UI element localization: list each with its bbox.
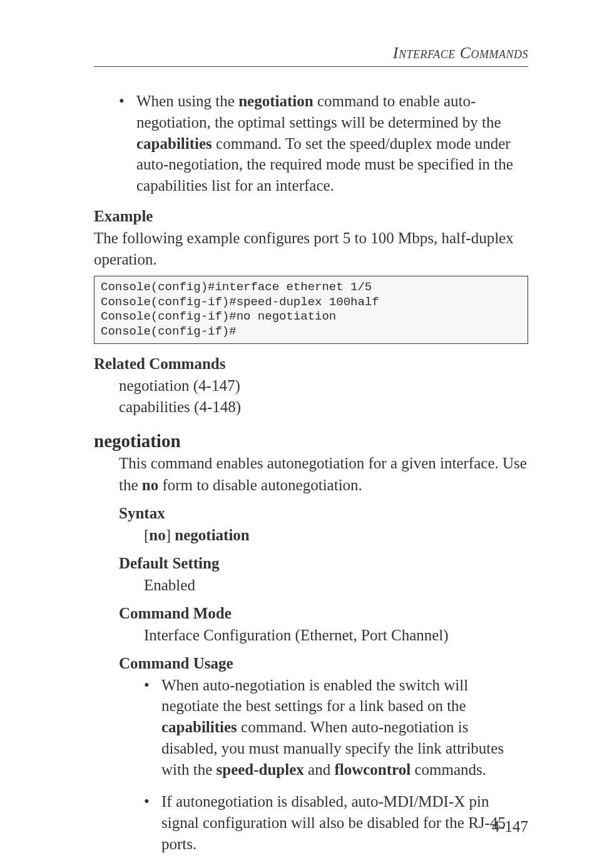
text-span: commands.	[411, 761, 486, 778]
default-setting-heading: Default Setting	[119, 555, 528, 572]
command-mode-value: Interface Configuration (Ethernet, Port …	[144, 625, 528, 646]
top-bullet: • When using the negotiation command to …	[119, 91, 528, 196]
running-header: Interface Commands	[94, 44, 528, 63]
usage-bullet-1: • When auto-negotiation is enabled the s…	[144, 675, 528, 780]
running-header-text: Interface Commands	[393, 44, 528, 62]
example-code-block: Console(config)#interface ethernet 1/5 C…	[94, 276, 528, 344]
page-container: Interface Commands • When using the nego…	[0, 0, 597, 868]
bold-speed-duplex: speed-duplex	[217, 761, 304, 778]
bold-no: no	[142, 477, 158, 493]
bullet-text: If autonegotiation is disabled, auto-MDI…	[161, 791, 528, 854]
bullet-marker: •	[119, 91, 136, 196]
text-span: and	[304, 761, 335, 778]
example-heading: Example	[94, 208, 528, 225]
bold-no: no	[149, 527, 165, 543]
command-mode-heading: Command Mode	[119, 605, 528, 622]
command-name: negotiation	[94, 431, 528, 452]
related-line-2: capabilities (4-148)	[119, 396, 528, 418]
header-rule	[94, 66, 528, 67]
syntax-heading: Syntax	[119, 505, 528, 522]
page-number: 4-147	[492, 818, 528, 835]
bold-capabilities: capabilities	[161, 719, 237, 735]
text-span: When using the	[136, 93, 238, 109]
command-usage-heading: Command Usage	[119, 655, 528, 672]
bullet-text: When using the negotiation command to en…	[136, 91, 528, 196]
bold-capabilities: capabilities	[136, 135, 212, 152]
bullet-marker: •	[144, 675, 161, 780]
bold-negotiation: negotiation	[238, 93, 313, 109]
related-line-1: negotiation (4-147)	[119, 375, 528, 396]
command-desc: This command enables autonegotiation for…	[119, 453, 528, 496]
default-setting-value: Enabled	[144, 575, 528, 596]
bold-flowcontrol: flowcontrol	[334, 761, 411, 778]
bracket-close: ]	[166, 527, 175, 543]
bold-negotiation: negotiation	[175, 527, 249, 543]
command-section: negotiation This command enables autoneg…	[119, 431, 528, 854]
syntax-line: [no] negotiation	[144, 525, 528, 546]
bullet-text: When auto-negotiation is enabled the swi…	[161, 675, 528, 780]
usage-bullet-start: • If autonegotiation is disabled, auto-M…	[144, 791, 528, 854]
text-span: When auto-negotiation is enabled the swi…	[161, 677, 468, 715]
bullet-marker: •	[144, 791, 161, 854]
related-heading: Related Commands	[94, 355, 528, 373]
example-text: The following example configures port 5 …	[94, 228, 528, 271]
text-span: form to disable autonegotiation.	[158, 477, 362, 493]
